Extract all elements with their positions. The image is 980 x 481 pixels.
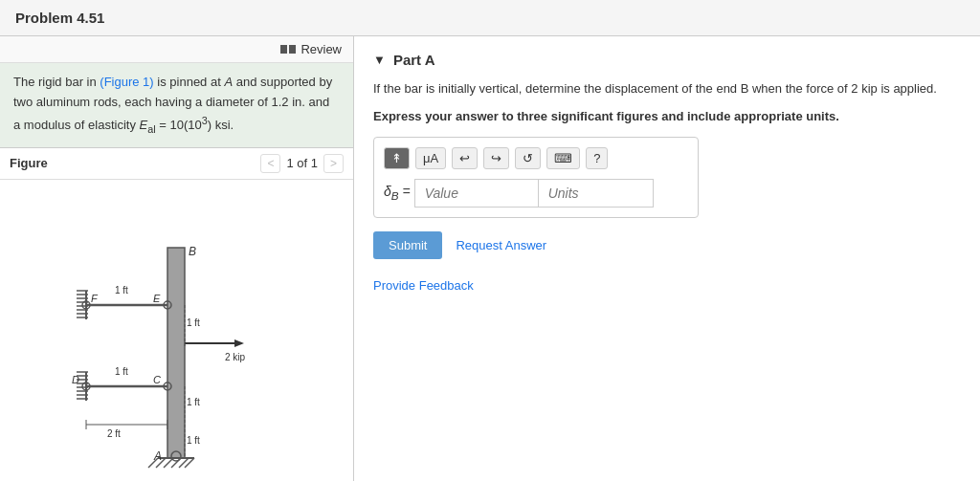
review-icon xyxy=(280,45,296,54)
figure-link[interactable]: (Figure 1) xyxy=(100,75,153,89)
svg-text:D: D xyxy=(72,374,79,385)
value-input[interactable] xyxy=(414,179,539,208)
submit-row: Submit Request Answer xyxy=(373,231,961,259)
nav-prev-button[interactable]: < xyxy=(260,154,280,173)
figure-label: Figure xyxy=(10,156,48,170)
review-bar: Review xyxy=(0,36,353,63)
units-input[interactable] xyxy=(539,179,654,208)
provide-feedback-link[interactable]: Provide Feedback xyxy=(373,278,961,293)
svg-text:2 kip: 2 kip xyxy=(225,352,246,362)
review-label: Review xyxy=(301,42,342,56)
svg-text:1 ft: 1 ft xyxy=(187,317,200,328)
submit-button[interactable]: Submit xyxy=(373,231,442,259)
svg-marker-27 xyxy=(234,339,244,347)
svg-text:2 ft: 2 ft xyxy=(107,428,121,439)
help-icon: ? xyxy=(593,151,600,165)
question-text: If the bar is initially vertical, determ… xyxy=(373,79,961,99)
svg-text:A: A xyxy=(153,449,162,463)
undo-icon: ↩ xyxy=(459,151,470,165)
part-header: ▼ Part A xyxy=(373,52,961,68)
svg-text:1 ft: 1 ft xyxy=(115,285,128,295)
part-label: Part A xyxy=(393,52,435,68)
refresh-button[interactable]: ↺ xyxy=(515,147,541,169)
svg-text:1 ft: 1 ft xyxy=(187,397,200,407)
nav-page: 1 of 1 xyxy=(286,156,318,170)
svg-text:1 ft: 1 ft xyxy=(187,435,200,446)
mu-icon: μA xyxy=(423,151,438,165)
nav-next-button[interactable]: > xyxy=(323,154,344,173)
refresh-icon: ↺ xyxy=(523,151,533,165)
nav-controls: < 1 of 1 > xyxy=(260,154,344,173)
redo-button[interactable]: ↪ xyxy=(483,147,509,169)
left-panel: Review The rigid bar in (Figure 1) is pi… xyxy=(0,36,354,481)
figure-nav: Figure < 1 of 1 > xyxy=(0,148,353,180)
redo-icon: ↪ xyxy=(491,151,501,165)
svg-text:E: E xyxy=(153,293,161,304)
help-button[interactable]: ? xyxy=(586,147,608,169)
undo-button[interactable]: ↩ xyxy=(452,147,478,169)
delta-label: δB = xyxy=(384,184,411,202)
mu-button[interactable]: μA xyxy=(415,147,446,169)
keyboard-icon: ⌨ xyxy=(554,151,572,165)
problem-text: The rigid bar in (Figure 1) is pinned at… xyxy=(0,63,353,148)
toolbar: ↟ μA ↩ ↪ ↺ ⌨ ? xyxy=(384,147,688,169)
figure-svg: A B F xyxy=(38,219,316,477)
page-title: Problem 4.51 xyxy=(0,0,980,36)
figure-area: A B F xyxy=(0,180,353,481)
fraction-icon: ↟ xyxy=(391,151,402,165)
request-answer-link[interactable]: Request Answer xyxy=(456,238,546,252)
right-panel: ▼ Part A If the bar is initially vertica… xyxy=(354,36,980,481)
svg-text:F: F xyxy=(91,293,99,304)
part-arrow: ▼ xyxy=(373,53,386,67)
svg-text:C: C xyxy=(153,374,161,385)
answer-instruction: Express your answer to three significant… xyxy=(373,109,961,123)
keyboard-button[interactable]: ⌨ xyxy=(546,147,580,169)
answer-box: ↟ μA ↩ ↪ ↺ ⌨ ? xyxy=(373,137,699,218)
review-link[interactable]: Review xyxy=(280,42,342,56)
input-row: δB = xyxy=(384,179,688,208)
fraction-button[interactable]: ↟ xyxy=(384,147,410,169)
svg-text:1 ft: 1 ft xyxy=(115,366,128,377)
svg-text:B: B xyxy=(189,245,196,258)
svg-rect-0 xyxy=(167,248,185,458)
